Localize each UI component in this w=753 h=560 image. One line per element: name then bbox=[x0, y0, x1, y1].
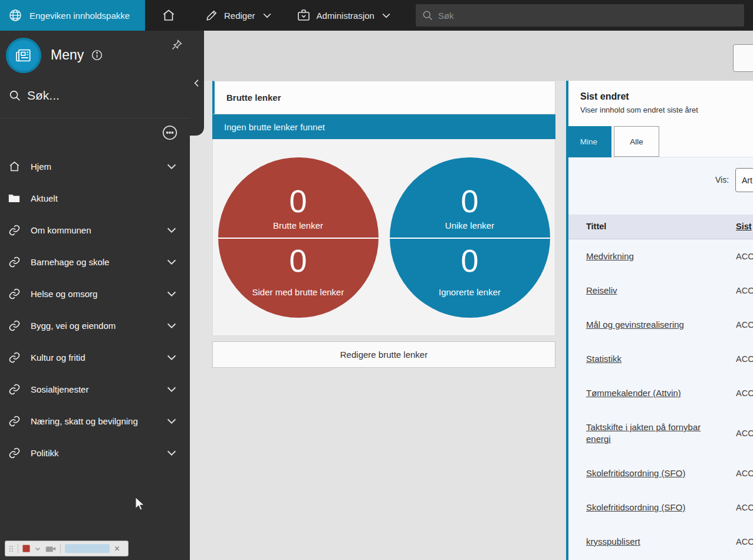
tab-mine[interactable]: Mine bbox=[566, 126, 611, 157]
camera-icon[interactable] bbox=[45, 545, 56, 553]
menu-sidebar: Meny bbox=[0, 31, 190, 560]
global-search-field[interactable] bbox=[416, 4, 744, 27]
ellipsis-icon bbox=[161, 124, 179, 141]
last-modified-widget: Sist endret Viser innhold som endret sis… bbox=[566, 81, 753, 560]
close-icon[interactable] bbox=[114, 545, 120, 552]
globe-icon bbox=[8, 8, 22, 22]
newspaper-icon bbox=[14, 46, 33, 65]
recording-toolbar bbox=[5, 541, 129, 556]
link-icon bbox=[7, 319, 21, 332]
broken-links-count-label: Brutte lenker bbox=[273, 220, 323, 230]
content-link[interactable]: Taktskifte i jakten på fornybar energi bbox=[586, 421, 713, 446]
edit-menu-button[interactable]: Rediger bbox=[205, 9, 273, 22]
stop-recording-button[interactable] bbox=[22, 545, 30, 552]
modified-by: ACO bbox=[736, 429, 753, 438]
app-brand-button[interactable]: Engeviken innholdspakke bbox=[0, 0, 145, 31]
chevron-down-icon bbox=[165, 255, 178, 268]
ignored-links-count: 0 bbox=[461, 245, 478, 276]
sidebar-item-hjem[interactable]: Hjem bbox=[0, 150, 190, 182]
sidebar-item-label: Politikk bbox=[31, 448, 165, 458]
search-icon bbox=[422, 9, 433, 21]
modified-by: ACO bbox=[736, 252, 753, 261]
home-icon bbox=[7, 160, 21, 173]
pages-with-broken-links-label: Sider med brutte lenker bbox=[252, 287, 344, 297]
sidebar-menu: Hjem Aktuelt Om kommunen bbox=[0, 150, 190, 469]
sidebar-item-label: Om kommunen bbox=[31, 225, 165, 235]
sidebar-item-label: Helse og omsorg bbox=[31, 289, 165, 299]
sidebar-item-bygg-vei-og-eiendom[interactable]: Bygg, vei og eiendom bbox=[0, 309, 190, 341]
pin-button[interactable] bbox=[169, 37, 185, 53]
global-search-input[interactable] bbox=[438, 11, 738, 21]
sidebar-divider bbox=[0, 118, 190, 118]
content-link[interactable]: Skolefritidsordning (SFO) bbox=[586, 502, 685, 513]
table-row: krysspublisert ACO bbox=[568, 525, 753, 559]
content-link[interactable]: Mål og gevinstrealisering bbox=[586, 319, 684, 331]
tab-alle-label: Alle bbox=[630, 137, 643, 146]
sidebar-item-sosialtjenester[interactable]: Sosialtjenester bbox=[0, 373, 190, 405]
content-link[interactable]: krysspublisert bbox=[586, 536, 640, 548]
chevron-down-icon bbox=[165, 223, 178, 236]
modified-by: ACO bbox=[736, 286, 753, 295]
content-link[interactable]: Tømmekalender (Attvin) bbox=[586, 387, 681, 399]
sidebar-item-helse-og-omsorg[interactable]: Helse og omsorg bbox=[0, 278, 190, 309]
menu-search-field[interactable] bbox=[8, 88, 162, 103]
unique-links-count: 0 bbox=[461, 185, 478, 217]
column-header-modified[interactable]: Sist bbox=[736, 222, 752, 231]
blue-circle-top-half: 0 Unike lenker bbox=[390, 157, 550, 238]
chevron-down-icon bbox=[165, 319, 178, 332]
last-modified-table: Medvirkning ACO Reiseliv ACO Mål og gevi… bbox=[568, 239, 753, 559]
content-link[interactable]: Reiseliv bbox=[586, 285, 617, 297]
pencil-icon bbox=[205, 9, 218, 22]
red-circle-bottom-half: 0 Sider med brutte lenker bbox=[218, 239, 379, 318]
content-link[interactable]: Skolefritidsordning (SFO) bbox=[586, 467, 685, 479]
column-header-title[interactable]: Tittel bbox=[586, 222, 606, 231]
corner-button[interactable] bbox=[733, 44, 753, 72]
sidebar-item-label: Sosialtjenester bbox=[31, 384, 165, 394]
content-type-dropdown[interactable]: Art bbox=[735, 168, 753, 192]
content-link[interactable]: Statistikk bbox=[586, 353, 622, 365]
sidebar-collapse-button[interactable] bbox=[190, 31, 204, 136]
chevron-left-icon bbox=[192, 78, 202, 88]
table-row: Tømmekalender (Attvin) ACO bbox=[568, 376, 753, 410]
modified-by: ACO bbox=[736, 354, 753, 364]
table-row: Mål og gevinstrealisering ACO bbox=[568, 308, 753, 342]
link-icon bbox=[7, 383, 21, 396]
info-icon[interactable] bbox=[91, 49, 103, 61]
content-link[interactable]: Medvirkning bbox=[586, 251, 634, 262]
broken-links-count: 0 bbox=[289, 185, 307, 217]
sidebar-item-aktuelt[interactable]: Aktuelt bbox=[0, 182, 190, 214]
last-modified-subtitle: Viser innhold som endret siste året bbox=[580, 106, 698, 114]
sidebar-item-naering-skatt-og-bevilgning[interactable]: Næring, skatt og bevilgning bbox=[0, 405, 190, 437]
chevron-down-icon bbox=[165, 414, 178, 427]
table-row: Medvirkning ACO bbox=[568, 239, 753, 274]
tab-alle[interactable]: Alle bbox=[614, 126, 659, 157]
drag-handle-icon[interactable] bbox=[9, 545, 14, 553]
edit-broken-links-button[interactable]: Redigere brutte lenker bbox=[212, 341, 555, 368]
content-type-value: Art bbox=[742, 176, 752, 185]
chevron-down-icon bbox=[261, 9, 273, 21]
sidebar-item-om-kommunen[interactable]: Om kommunen bbox=[0, 214, 190, 246]
chevron-down-icon bbox=[165, 383, 178, 396]
blue-circle-bottom-half: 0 Ignorerte lenker bbox=[390, 239, 550, 318]
link-icon bbox=[7, 288, 21, 300]
sidebar-item-barnehage-og-skole[interactable]: Barnehage og skole bbox=[0, 246, 190, 278]
chevron-down-icon bbox=[165, 351, 178, 364]
broken-links-title: Brutte lenker bbox=[226, 93, 281, 103]
admin-menu-button[interactable]: Administrasjon bbox=[297, 8, 392, 22]
table-row: Taktskifte i jakten på fornybar energi A… bbox=[568, 410, 753, 456]
sidebar-item-kultur-og-fritid[interactable]: Kultur og fritid bbox=[0, 341, 190, 373]
sidebar-item-politikk[interactable]: Politikk bbox=[0, 437, 190, 469]
sidebar-item-label: Barnehage og skole bbox=[31, 257, 165, 267]
filter-label: Vis: bbox=[715, 175, 729, 185]
menu-title: Meny bbox=[51, 47, 84, 63]
broken-links-red-circle: 0 Brutte lenker 0 Sider med brutte lenke… bbox=[218, 157, 379, 318]
menu-search-input[interactable] bbox=[27, 88, 145, 103]
broken-links-blue-circle: 0 Unike lenker 0 Ignorerte lenker bbox=[390, 157, 550, 318]
briefcase-icon bbox=[297, 8, 311, 22]
home-button[interactable] bbox=[156, 2, 182, 28]
chevron-down-icon bbox=[380, 9, 392, 21]
link-icon bbox=[7, 224, 21, 236]
table-row: Reiseliv ACO bbox=[568, 274, 753, 308]
more-options-button[interactable] bbox=[161, 124, 179, 141]
chevron-down-icon[interactable] bbox=[34, 545, 41, 552]
